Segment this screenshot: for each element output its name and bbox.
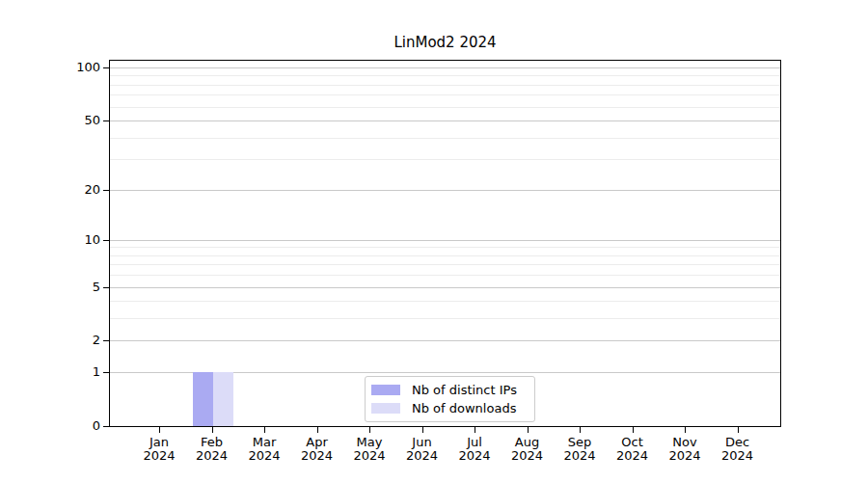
x-tick-label: Dec2024 xyxy=(699,436,776,463)
y-tick-label: 10 xyxy=(33,233,100,247)
y-gridline-minor xyxy=(110,107,780,108)
x-tick xyxy=(264,427,265,433)
x-tick xyxy=(580,427,581,433)
y-tick-label: 100 xyxy=(33,61,100,74)
y-gridline-minor xyxy=(110,159,780,160)
legend-item-downloads: Nb of downloads xyxy=(371,401,527,416)
x-tick xyxy=(369,427,370,433)
x-tick xyxy=(422,427,423,433)
x-tick xyxy=(685,427,686,433)
y-tick-label: 1 xyxy=(33,365,100,379)
y-gridline-major xyxy=(110,287,780,288)
x-tick xyxy=(159,427,160,433)
bar-downloads xyxy=(213,372,233,426)
y-tick-label: 0 xyxy=(33,419,100,433)
x-tick xyxy=(738,427,739,433)
y-tick-label: 50 xyxy=(33,114,100,127)
y-gridline-minor xyxy=(110,94,780,95)
x-tick xyxy=(528,427,529,433)
plot-area xyxy=(109,60,781,427)
y-gridline-minor xyxy=(110,255,780,256)
x-tick xyxy=(212,427,213,433)
y-gridline-minor xyxy=(110,85,780,86)
y-gridline-minor xyxy=(110,301,780,302)
y-tick xyxy=(103,426,109,427)
y-tick xyxy=(103,287,109,288)
y-gridline-minor xyxy=(110,138,780,139)
y-gridline-major xyxy=(110,240,780,241)
legend: Nb of distinct IPs Nb of downloads xyxy=(365,376,535,422)
figure: LinMod2 2024 Nb of distinct IPs Nb of do… xyxy=(0,0,868,482)
legend-item-distinct-ips: Nb of distinct IPs xyxy=(371,383,527,398)
y-tick xyxy=(103,340,109,341)
y-tick-label: 2 xyxy=(33,334,100,347)
y-tick xyxy=(103,240,109,241)
y-gridline-major xyxy=(110,67,780,68)
y-gridline-minor xyxy=(110,247,780,248)
y-tick xyxy=(103,372,109,373)
y-gridline-minor xyxy=(110,275,780,276)
y-gridline-major xyxy=(110,120,780,121)
y-tick xyxy=(103,120,109,121)
y-tick-label: 5 xyxy=(33,281,100,294)
x-tick-year: 2024 xyxy=(699,449,776,463)
y-gridline-minor xyxy=(110,318,780,319)
bar-distinct-ips xyxy=(193,372,213,426)
y-tick xyxy=(103,190,109,191)
legend-swatch-distinct-ips xyxy=(371,385,400,395)
y-gridline-major xyxy=(110,340,780,341)
x-tick-month: Dec xyxy=(699,436,776,449)
x-tick xyxy=(317,427,318,433)
legend-label-downloads: Nb of downloads xyxy=(412,401,516,416)
chart-title: LinMod2 2024 xyxy=(109,34,781,51)
x-tick xyxy=(475,427,475,433)
y-tick xyxy=(103,67,109,68)
legend-label-distinct-ips: Nb of distinct IPs xyxy=(412,383,517,398)
y-gridline-minor xyxy=(110,75,780,76)
x-tick xyxy=(633,427,634,433)
y-tick-label: 20 xyxy=(33,183,100,197)
legend-swatch-downloads xyxy=(371,403,400,414)
y-gridline-major xyxy=(110,190,780,191)
y-gridline-minor xyxy=(110,264,780,265)
